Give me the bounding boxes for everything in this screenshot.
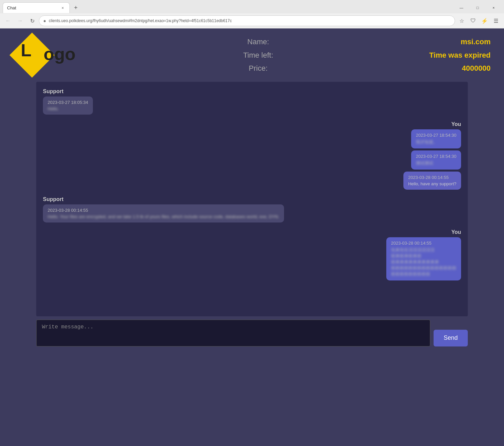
timestamp-support-2: 2023-03-28 00:14:55	[48, 208, 279, 213]
message-input[interactable]	[36, 320, 430, 346]
message-group-you-2: You 2023-03-28 00:14:55 先来先生活活活活活活 前来前来前…	[43, 229, 461, 280]
time-label: Time left:	[243, 51, 273, 59]
time-row: Time left:	[87, 49, 429, 62]
tab-title: Chat	[7, 5, 57, 10]
sender-support-1: Support	[43, 88, 63, 94]
name-row: Name:	[87, 35, 429, 49]
page-content: L ogo Name: Time left: Price: msi.com Ti…	[0, 28, 504, 446]
text-you-3: Hello, have any support?	[408, 181, 456, 186]
active-tab[interactable]: Chat ×	[3, 2, 70, 13]
header-info: Name: Time left: Price:	[87, 35, 429, 75]
header-values: msi.com Time was expired 4000000	[429, 35, 491, 75]
minimize-button[interactable]: —	[454, 1, 469, 14]
chat-input-area: Send	[36, 320, 468, 346]
bubble-you-4: 2023-03-28 00:14:55 先来先生活活活活活活 前来前来前来前 前…	[386, 237, 461, 280]
timestamp-you-3: 2023-03-28 00:14:55	[408, 175, 456, 180]
menu-button[interactable]: ☰	[491, 15, 501, 26]
tab-close-button[interactable]: ×	[60, 5, 65, 11]
logo-area: L ogo	[13, 37, 87, 73]
address-bar[interactable]: ● clients.ueo.polkdees.urg/fhy6udh/uahse…	[39, 15, 455, 26]
back-button[interactable]: ←	[3, 15, 13, 26]
logo-l-letter: L	[21, 42, 32, 59]
forward-button[interactable]: →	[15, 15, 25, 26]
sender-you-4: You	[451, 229, 461, 235]
bubble-you-1: 2023-03-27 18:54:30 我才知道。	[411, 129, 461, 148]
name-label: Name:	[247, 38, 269, 46]
logo-ogo-text: ogo	[44, 44, 75, 64]
sender-you-1: You	[451, 121, 461, 127]
name-value: msi.com	[429, 35, 491, 49]
timestamp-support-1: 2023-03-27 18:05:34	[48, 100, 88, 105]
window-controls: — □ ×	[454, 1, 501, 14]
timestamp-you-4: 2023-03-28 00:14:55	[391, 241, 456, 246]
send-button[interactable]: Send	[434, 330, 468, 346]
address-text: clients.ueo.polkdees.urg/fhy6udh/uahsewd…	[49, 18, 451, 23]
bubble-support-2: 2023-03-28 00:14:55 Hello. Your files ar…	[43, 204, 284, 222]
bubble-support-1: 2023-03-27 18:05:34 Hello.	[43, 97, 93, 115]
sender-support-2: Support	[43, 196, 63, 202]
nav-icons: ☆ 🛡 ⚡ ☰	[456, 15, 501, 26]
bubble-you-2: 2023-03-27 18:54:30 测试测试	[411, 150, 461, 170]
bubble-you-3: 2023-03-28 00:14:55 Hello, have any supp…	[403, 172, 461, 190]
chat-scroll[interactable]: Support 2023-03-27 18:05:34 Hello. You 2…	[36, 82, 468, 316]
text-you-2: 测试测试	[416, 160, 456, 166]
message-group-you-1: You 2023-03-27 18:54:30 我才知道。 2023-03-27…	[43, 121, 461, 190]
text-support-2: Hello. Your files are encrypted, and we …	[48, 214, 279, 219]
refresh-button[interactable]: ↻	[27, 15, 38, 26]
shield-button[interactable]: 🛡	[468, 15, 479, 26]
new-tab-button[interactable]: +	[71, 3, 80, 12]
message-group-support-1: Support 2023-03-27 18:05:34 Hello.	[43, 88, 461, 115]
timestamp-you-2: 2023-03-27 18:54:30	[416, 154, 456, 159]
maximize-button[interactable]: □	[470, 1, 485, 14]
time-value: Time was expired	[429, 49, 491, 62]
text-you-1: 我才知道。	[416, 139, 456, 145]
site-header: L ogo Name: Time left: Price: msi.com Ti…	[0, 28, 504, 82]
close-button[interactable]: ×	[486, 1, 501, 14]
timestamp-you-1: 2023-03-27 18:54:30	[416, 133, 456, 138]
price-label: Price:	[249, 64, 268, 72]
price-row: Price:	[87, 62, 429, 75]
bookmark-button[interactable]: ☆	[456, 15, 467, 26]
text-you-4: 先来先生活活活活活活 前来前来前来前 前来来来来来来来来来来 前前前前前前前前前…	[391, 247, 456, 277]
text-support-1: Hello.	[48, 106, 88, 111]
tab-bar: Chat × + — □ ×	[0, 0, 504, 13]
address-icon: ●	[43, 18, 46, 23]
price-value: 4000000	[429, 62, 491, 75]
chat-wrapper: Support 2023-03-27 18:05:34 Hello. You 2…	[36, 82, 468, 316]
extension-button[interactable]: ⚡	[479, 15, 490, 26]
message-group-support-2: Support 2023-03-28 00:14:55 Hello. Your …	[43, 196, 461, 222]
nav-bar: ← → ↻ ● clients.ueo.polkdees.urg/fhy6udh…	[0, 13, 504, 28]
browser-chrome: Chat × + — □ × ← → ↻ ● clients.ueo.polkd…	[0, 0, 504, 28]
